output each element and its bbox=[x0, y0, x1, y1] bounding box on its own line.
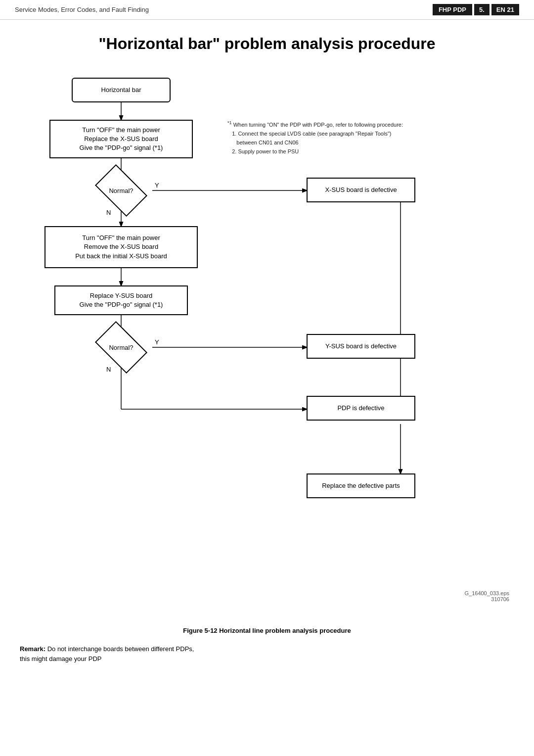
xsus-defective-box: X-SUS board is defective bbox=[307, 178, 415, 202]
remark-section: Remark: Do not interchange boards betwee… bbox=[20, 644, 514, 663]
file-reference: G_16400_033.eps310706 bbox=[464, 590, 509, 602]
yes2-label: Y bbox=[155, 338, 159, 346]
diamond2 bbox=[95, 321, 147, 374]
diamond1-container: Normal? bbox=[99, 176, 143, 205]
step1-box: Turn "OFF" the main powerReplace the X-S… bbox=[49, 120, 193, 158]
no2-label: N bbox=[106, 366, 111, 373]
yes1-label: Y bbox=[155, 182, 159, 189]
header-title: Service Modes, Error Codes, and Fault Fi… bbox=[15, 6, 149, 13]
flowchart: Horizontal bar Turn "OFF" the main power… bbox=[15, 63, 519, 617]
brand-badge: FHP PDP bbox=[433, 4, 472, 15]
step2-box: Turn "OFF" the main powerRemove the X-SU… bbox=[44, 226, 198, 268]
remark-text: Do not interchange boards between differ… bbox=[20, 645, 194, 662]
diamond1 bbox=[95, 164, 147, 217]
figure-caption: Figure 5-12 Horizontal line problem anal… bbox=[0, 627, 534, 634]
pdp-defective-box: PDP is defective bbox=[307, 396, 415, 421]
section-badge: 5. bbox=[474, 4, 490, 15]
ysus-defective-box: Y-SUS board is defective bbox=[307, 334, 415, 359]
page-title: "Horizontal bar" problem analysis proced… bbox=[0, 35, 534, 53]
note-box: *1 When turning "ON" the PDP with PDP-go… bbox=[227, 120, 410, 156]
step3-box: Replace Y-SUS boardGive the "PDP-go" sig… bbox=[54, 285, 188, 315]
page-badge: EN 21 bbox=[491, 4, 519, 15]
page-header: Service Modes, Error Codes, and Fault Fi… bbox=[0, 0, 534, 20]
remark-label: Remark: bbox=[20, 645, 45, 653]
start-box: Horizontal bar bbox=[72, 78, 171, 102]
header-badges: FHP PDP 5. EN 21 bbox=[433, 4, 519, 15]
replace-parts-box: Replace the defective parts bbox=[307, 473, 415, 498]
diamond2-container: Normal? bbox=[99, 332, 143, 362]
no1-label: N bbox=[106, 209, 111, 216]
